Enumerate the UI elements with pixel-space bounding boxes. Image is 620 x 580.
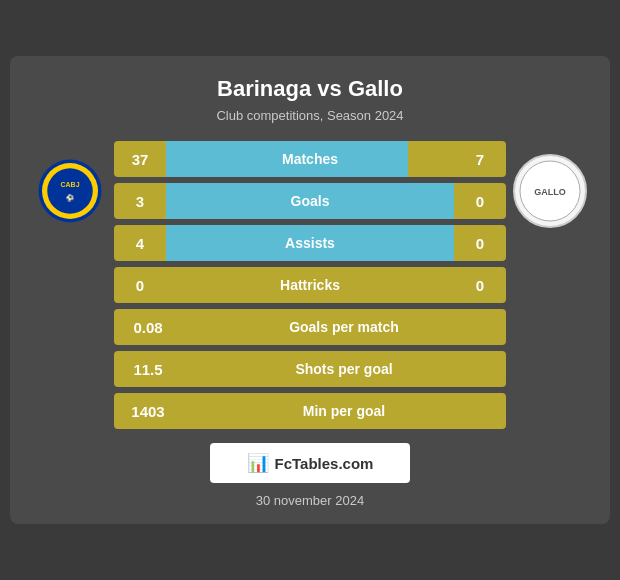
svg-point-2 (47, 168, 93, 214)
stat-row-hattricks: 0Hattricks0 (114, 267, 506, 303)
fctables-banner: 📊 FcTables.com (210, 443, 410, 483)
stat-row-goals-per-match: 0.08Goals per match (114, 309, 506, 345)
page-title: Barinaga vs Gallo (26, 76, 594, 102)
team-logo-left: CABJ ⚽ (30, 151, 110, 231)
stat-row-assists: 4Assists0 (114, 225, 506, 261)
stat-right-assists: 0 (454, 235, 506, 252)
fctables-icon: 📊 (247, 452, 269, 474)
stat-right-matches: 7 (454, 151, 506, 168)
stats-section: CABJ ⚽ GALLO 37Matches73Goals04Assists00… (26, 141, 594, 429)
stat-label-shots-per-goal: Shots per goal (182, 361, 506, 377)
stat-row-matches: 37Matches7 (114, 141, 506, 177)
stat-label-goals: Goals (166, 193, 454, 209)
svg-text:GALLO: GALLO (534, 187, 566, 197)
stat-label-min-per-goal: Min per goal (182, 403, 506, 419)
date-footer: 30 november 2024 (26, 493, 594, 508)
fctables-label: FcTables.com (275, 455, 374, 472)
stat-value-goals-per-match: 0.08 (114, 319, 182, 336)
svg-text:CABJ: CABJ (60, 181, 79, 188)
stat-row-min-per-goal: 1403Min per goal (114, 393, 506, 429)
stats-rows: 37Matches73Goals04Assists00Hattricks0 0.… (114, 141, 506, 429)
stat-right-hattricks: 0 (454, 277, 506, 294)
stat-label-matches: Matches (166, 151, 454, 167)
stat-right-goals: 0 (454, 193, 506, 210)
stat-label-goals-per-match: Goals per match (182, 319, 506, 335)
stat-row-shots-per-goal: 11.5Shots per goal (114, 351, 506, 387)
subtitle: Club competitions, Season 2024 (26, 108, 594, 123)
stat-left-goals: 3 (114, 193, 166, 210)
stat-value-min-per-goal: 1403 (114, 403, 182, 420)
svg-text:⚽: ⚽ (66, 194, 74, 202)
stat-label-assists: Assists (166, 235, 454, 251)
stat-left-hattricks: 0 (114, 277, 166, 294)
main-card: Barinaga vs Gallo Club competitions, Sea… (10, 56, 610, 524)
stat-left-assists: 4 (114, 235, 166, 252)
stat-value-shots-per-goal: 11.5 (114, 361, 182, 378)
stat-row-goals: 3Goals0 (114, 183, 506, 219)
stat-left-matches: 37 (114, 151, 166, 168)
team-logo-right: GALLO (510, 151, 590, 231)
stat-label-hattricks: Hattricks (166, 277, 454, 293)
